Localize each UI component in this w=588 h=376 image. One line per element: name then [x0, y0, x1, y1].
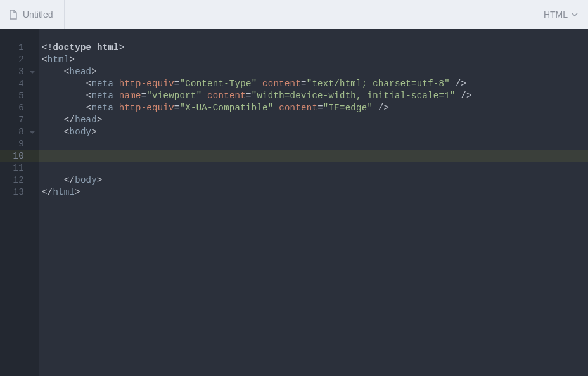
code-area[interactable]: <!doctype html><html> <head> <meta http-… [39, 29, 588, 376]
code-token: meta [91, 79, 119, 89]
topbar-spacer [65, 0, 533, 29]
code-token: content [262, 79, 301, 89]
topbar: Untitled HTML [0, 0, 588, 29]
fold-arrow-icon[interactable] [29, 129, 35, 136]
code-line[interactable]: <body> [39, 126, 588, 138]
code-token: < [64, 67, 70, 77]
code-token: </ [42, 187, 53, 197]
code-token: </ [64, 115, 75, 125]
code-line[interactable]: <head> [39, 66, 588, 78]
gutter-line: 1 [0, 42, 39, 54]
code-token: /> [373, 103, 389, 113]
code-token [201, 91, 207, 101]
gutter-line: 12 [0, 174, 39, 186]
code-token: = [301, 79, 307, 89]
code-line[interactable]: <!doctype html> [39, 42, 588, 54]
code-token: /> [456, 91, 472, 101]
code-token: < [64, 127, 70, 137]
code-line[interactable]: <meta http-equiv="Content-Type" content=… [39, 78, 588, 90]
language-label: HTML [544, 10, 568, 20]
code-token: > [91, 127, 97, 137]
code-line[interactable]: <html> [39, 54, 588, 66]
gutter: 12345678910111213 [0, 29, 39, 376]
code-line[interactable]: <meta name="viewport" content="width=dev… [39, 90, 588, 102]
code-token: http-equiv [119, 103, 174, 113]
code-token: html [53, 187, 75, 197]
file-tab-title: Untitled [23, 10, 53, 20]
chevron-down-icon [572, 11, 578, 18]
code-token: > [70, 55, 75, 65]
gutter-line: 8 [0, 126, 39, 138]
code-token: http-equiv [119, 79, 174, 89]
code-token: > [119, 42, 125, 53]
code-token: body [75, 175, 97, 185]
code-line[interactable]: </body> [39, 174, 588, 186]
code-line[interactable]: <meta http-equiv="X-UA-Compatible" conte… [39, 102, 588, 114]
code-token: "X-UA-Compatible" [180, 103, 274, 113]
gutter-line: 4 [0, 78, 39, 90]
code-token: = [246, 91, 252, 101]
code-token: html [48, 55, 70, 65]
code-token: = [317, 103, 323, 113]
code-token: meta [91, 103, 119, 113]
gutter-line: 7 [0, 114, 39, 126]
code-token: content [279, 103, 317, 113]
code-token: /> [450, 79, 466, 89]
code-line[interactable] [39, 138, 588, 150]
code-token: "IE=edge" [323, 103, 373, 113]
gutter-line: 2 [0, 54, 39, 66]
fold-arrow-icon[interactable] [29, 69, 35, 75]
code-editor[interactable]: 12345678910111213 <!doctype html><html> … [0, 29, 588, 376]
gutter-line: 10 [0, 150, 39, 162]
code-token: < [42, 55, 48, 65]
file-icon [9, 10, 18, 20]
code-token: head [75, 115, 97, 125]
code-line[interactable] [39, 150, 588, 162]
gutter-line: 5 [0, 90, 39, 102]
gutter-line: 9 [0, 138, 39, 150]
code-token: head [70, 67, 92, 77]
code-token [257, 79, 262, 89]
code-token: > [75, 187, 80, 197]
code-token: "Content-Type" [180, 79, 257, 89]
code-line[interactable]: </html> [39, 186, 588, 198]
code-token: doctype html [53, 42, 118, 53]
code-token: </ [64, 175, 75, 185]
code-token: body [70, 127, 92, 137]
code-token: = [174, 103, 180, 113]
file-tab[interactable]: Untitled [0, 0, 65, 29]
gutter-line: 6 [0, 102, 39, 114]
code-line[interactable] [39, 162, 588, 174]
code-token: = [174, 79, 180, 89]
language-selector[interactable]: HTML [534, 0, 588, 29]
code-token: meta [91, 91, 119, 101]
code-token: > [97, 175, 103, 185]
code-token: name [119, 91, 141, 101]
code-token: content [207, 91, 246, 101]
code-token: "viewport" [146, 91, 201, 101]
gutter-line: 3 [0, 66, 39, 78]
code-token [274, 103, 279, 113]
code-token: > [97, 115, 103, 125]
code-token: "width=device-width, initial-scale=1" [252, 91, 456, 101]
code-token: <! [42, 42, 53, 53]
code-line[interactable]: </head> [39, 114, 588, 126]
code-token: > [91, 67, 97, 77]
gutter-line: 11 [0, 162, 39, 174]
code-token: "text/html; charset=utf-8" [307, 79, 450, 89]
gutter-line: 13 [0, 186, 39, 198]
